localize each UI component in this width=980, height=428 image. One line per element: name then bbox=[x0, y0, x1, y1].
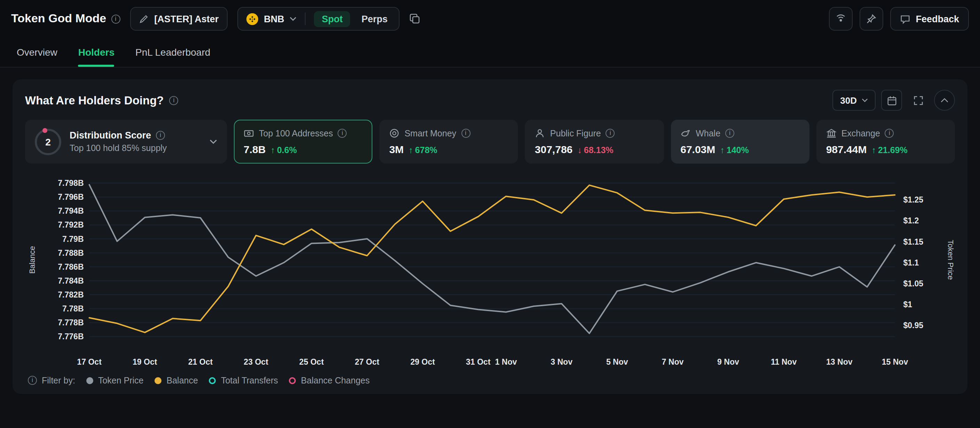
svg-text:$1.1: $1.1 bbox=[904, 258, 919, 267]
score-dot bbox=[43, 128, 47, 132]
svg-text:7.776B: 7.776B bbox=[58, 332, 84, 341]
stat-value: 67.03M bbox=[680, 143, 715, 155]
stat-change: ↑21.69% bbox=[872, 145, 907, 155]
svg-text:Token Price: Token Price bbox=[946, 240, 955, 280]
panel-header: What Are Holders Doing? 30D bbox=[25, 90, 955, 111]
info-icon[interactable] bbox=[885, 129, 894, 138]
svg-text:$1.2: $1.2 bbox=[904, 216, 919, 225]
svg-text:7.796B: 7.796B bbox=[58, 193, 84, 202]
chevron-down-icon[interactable] bbox=[210, 139, 217, 144]
top-bar-actions: Feedback bbox=[829, 7, 969, 30]
whale-icon bbox=[680, 128, 691, 138]
tab-perps[interactable]: Perps bbox=[356, 11, 393, 27]
svg-text:5 Nov: 5 Nov bbox=[606, 357, 628, 366]
svg-text:21 Oct: 21 Oct bbox=[188, 357, 213, 366]
stat-card-top-100-addresses[interactable]: Top 100 Addresses 7.8B ↑0.6% bbox=[234, 120, 372, 164]
page-title: Token God Mode bbox=[11, 12, 120, 26]
info-icon[interactable] bbox=[606, 129, 615, 138]
feedback-button[interactable]: Feedback bbox=[890, 7, 969, 30]
page-title-text: Token God Mode bbox=[11, 12, 106, 26]
info-icon[interactable] bbox=[169, 96, 178, 105]
tab-pnl-leaderboard[interactable]: PnL Leaderboard bbox=[135, 38, 210, 67]
svg-text:$0.95: $0.95 bbox=[904, 321, 924, 330]
main-content: What Are Holders Doing? 30D bbox=[0, 67, 980, 394]
filter-by-label: Filter by: bbox=[28, 376, 75, 385]
broadcast-button[interactable] bbox=[829, 7, 852, 30]
svg-text:7.782B: 7.782B bbox=[58, 290, 84, 299]
holders-panel: What Are Holders Doing? 30D bbox=[13, 80, 967, 394]
stat-value: 3M bbox=[389, 143, 404, 155]
filter-balance[interactable]: Balance bbox=[155, 376, 198, 385]
holders-chart[interactable]: 7.798B7.796B7.794B7.792B7.79B7.788B7.786… bbox=[25, 170, 955, 373]
info-icon[interactable] bbox=[461, 129, 470, 138]
filter-balance-changes[interactable]: Balance Changes bbox=[289, 376, 369, 385]
calendar-button[interactable] bbox=[881, 90, 902, 111]
fullscreen-icon bbox=[913, 95, 923, 105]
section-tabs: Overview Holders PnL Leaderboard bbox=[0, 38, 980, 67]
bank-icon bbox=[826, 128, 837, 138]
divider bbox=[305, 13, 306, 25]
stat-change: ↑140% bbox=[720, 145, 749, 155]
stat-card-exchange[interactable]: Exchange 987.44M ↑21.69% bbox=[816, 120, 955, 164]
collapse-button[interactable] bbox=[934, 90, 955, 111]
stat-value: 987.44M bbox=[826, 143, 867, 155]
svg-text:23 Oct: 23 Oct bbox=[243, 357, 268, 366]
time-range-selector[interactable]: 30D bbox=[832, 90, 876, 111]
panel-title: What Are Holders Doing? bbox=[25, 94, 178, 107]
tab-overview[interactable]: Overview bbox=[17, 38, 57, 67]
svg-text:7.786B: 7.786B bbox=[58, 263, 84, 271]
token-god-mode-page: Token God Mode [ASTER] Aster BNB Spot Pe… bbox=[0, 0, 980, 428]
info-icon[interactable] bbox=[725, 129, 734, 138]
tab-holders[interactable]: Holders bbox=[78, 38, 115, 67]
distribution-score-subtitle: Top 100 hold 85% supply bbox=[70, 143, 201, 153]
token-price-dot bbox=[86, 377, 93, 384]
person-icon bbox=[535, 128, 545, 138]
svg-text:7.794B: 7.794B bbox=[58, 206, 84, 215]
pin-button[interactable] bbox=[859, 7, 883, 30]
svg-text:7.784B: 7.784B bbox=[58, 276, 84, 285]
top-bar: Token God Mode [ASTER] Aster BNB Spot Pe… bbox=[0, 0, 980, 38]
panel-controls: 30D bbox=[832, 90, 955, 111]
stat-card-whale[interactable]: Whale 67.03M ↑140% bbox=[671, 120, 809, 164]
stat-card-public-figure[interactable]: Public Figure 307,786 ↓68.13% bbox=[525, 120, 663, 164]
stat-change: ↓68.13% bbox=[578, 145, 613, 155]
svg-text:7.79B: 7.79B bbox=[62, 234, 84, 243]
pin-icon bbox=[865, 13, 877, 24]
svg-text:25 Oct: 25 Oct bbox=[299, 357, 324, 366]
copy-icon[interactable] bbox=[409, 13, 420, 24]
chat-bubble-icon bbox=[900, 14, 910, 24]
distribution-score-title: Distribution Score bbox=[70, 130, 151, 141]
fullscreen-button[interactable] bbox=[908, 90, 929, 111]
chevron-down-icon bbox=[862, 98, 868, 102]
stat-value: 307,786 bbox=[535, 143, 573, 155]
chain-market-selector: BNB Spot Perps bbox=[237, 7, 399, 30]
chevron-down-icon[interactable] bbox=[290, 17, 297, 21]
svg-text:$1.25: $1.25 bbox=[904, 195, 924, 204]
svg-text:7.788B: 7.788B bbox=[58, 248, 84, 258]
svg-text:13 Nov: 13 Nov bbox=[826, 357, 853, 366]
chain-selector-label[interactable]: BNB bbox=[264, 14, 284, 24]
banknote-icon bbox=[243, 128, 254, 138]
stat-value: 7.8B bbox=[243, 143, 266, 155]
info-icon[interactable] bbox=[338, 129, 347, 138]
svg-text:27 Oct: 27 Oct bbox=[355, 357, 380, 366]
stat-change: ↑0.6% bbox=[270, 145, 297, 155]
svg-text:7.798B: 7.798B bbox=[58, 178, 84, 188]
info-icon[interactable] bbox=[28, 376, 37, 385]
token-selector[interactable]: [ASTER] Aster bbox=[130, 7, 228, 30]
token-selector-label: [ASTER] Aster bbox=[154, 14, 218, 24]
svg-text:Balance: Balance bbox=[28, 246, 37, 274]
info-icon[interactable] bbox=[156, 131, 165, 140]
holder-category-cards: 2 Distribution Score Top 100 hold 85% su… bbox=[25, 120, 955, 164]
filter-total-transfers[interactable]: Total Transfers bbox=[209, 376, 278, 385]
svg-text:31 Oct: 31 Oct bbox=[466, 357, 491, 366]
distribution-score-card[interactable]: 2 Distribution Score Top 100 hold 85% su… bbox=[25, 120, 227, 164]
pencil-icon bbox=[139, 14, 149, 24]
tab-spot[interactable]: Spot bbox=[314, 11, 350, 27]
filter-token-price[interactable]: Token Price bbox=[86, 376, 144, 385]
svg-text:15 Nov: 15 Nov bbox=[882, 357, 908, 366]
info-icon[interactable] bbox=[111, 14, 120, 23]
bnb-coin-icon bbox=[247, 13, 258, 25]
stat-card-smart-money[interactable]: Smart Money 3M ↑678% bbox=[379, 120, 518, 164]
svg-text:19 Oct: 19 Oct bbox=[133, 357, 157, 366]
